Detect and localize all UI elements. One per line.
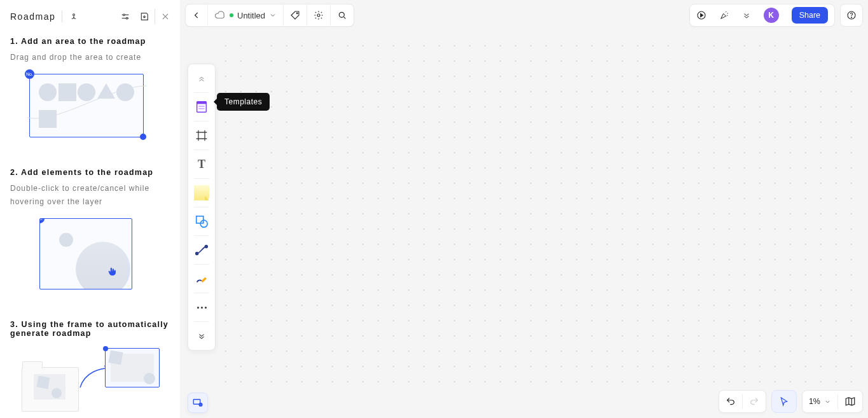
file-name: Untitled — [237, 11, 265, 20]
bottom-right-controls: 1% — [719, 390, 863, 413]
undo-button[interactable] — [719, 390, 742, 413]
collapse-button[interactable] — [191, 68, 212, 88]
step-2-title: 2. Add elements to the roadmap — [10, 168, 170, 177]
svg-point-0 — [73, 14, 75, 16]
pill-shape-icon — [39, 83, 57, 101]
svg-rect-10 — [197, 102, 207, 104]
tag-button[interactable] — [284, 4, 307, 27]
svg-point-14 — [200, 220, 207, 227]
chevron-down-icon — [824, 398, 831, 405]
svg-point-5 — [339, 12, 344, 17]
share-button-label: Share — [792, 7, 828, 24]
svg-rect-11 — [198, 106, 204, 107]
top-right-cluster: K Share — [689, 4, 863, 27]
sidebar-title: Roadmap — [10, 11, 62, 22]
svg-point-2 — [126, 17, 128, 19]
celebrate-button[interactable] — [713, 4, 736, 27]
present-button[interactable] — [690, 4, 713, 27]
step-1: 1. Add an area to the roadmap Drag and d… — [10, 37, 170, 137]
templates-button[interactable] — [191, 97, 212, 117]
sidebar-header: Roadmap — [10, 9, 170, 24]
svg-rect-17 — [193, 400, 200, 405]
step-3: 3. Using the frame to automatically gene… — [10, 320, 170, 412]
dot-grid — [218, 38, 862, 387]
canvas[interactable]: Untitled K — [180, 0, 868, 418]
save-template-icon[interactable] — [137, 9, 152, 24]
layers-panel-button[interactable] — [188, 393, 208, 413]
resize-handle-icon — [140, 134, 146, 140]
zoom-value: 1% — [809, 397, 820, 406]
svg-point-8 — [851, 17, 851, 18]
dots-horizontal-icon — [196, 307, 207, 309]
square-shape-icon — [39, 110, 57, 128]
step-3-title: 3. Using the frame to automatically gene… — [10, 320, 170, 338]
vertical-toolbar: T — [188, 64, 216, 351]
step-2-desc: Double-click to create/cancel while hove… — [10, 182, 170, 208]
step-2-thumb: No. — [10, 218, 170, 289]
svg-point-4 — [317, 14, 320, 17]
svg-point-20 — [200, 404, 202, 405]
cloud-icon — [214, 10, 226, 21]
frame-tool-button[interactable] — [191, 125, 212, 146]
share-button[interactable]: Share — [785, 4, 834, 27]
text-tool-button[interactable]: T — [191, 154, 212, 174]
svg-point-3 — [296, 13, 298, 14]
step-1-thumb: No. — [10, 74, 170, 137]
avatar[interactable]: K — [757, 4, 785, 27]
step-1-desc: Drag and drop the area to create — [10, 51, 170, 64]
note-tool-button[interactable] — [191, 183, 212, 203]
sidebar: Roadmap 1. Add an area to the roadmap Dr… — [0, 0, 180, 418]
settings-button[interactable] — [307, 4, 331, 27]
expand-more-button[interactable] — [736, 4, 757, 27]
step-3-thumb — [10, 348, 170, 412]
number-badge-icon: No. — [39, 218, 45, 223]
minimap-button[interactable] — [838, 390, 862, 413]
triangle-shape-icon — [97, 83, 115, 99]
redo-button[interactable] — [743, 390, 766, 413]
svg-rect-12 — [198, 108, 204, 109]
resize-handle-icon — [103, 346, 108, 351]
chevron-down-icon — [269, 11, 277, 19]
top-toolbar: Untitled — [185, 4, 354, 27]
tooltip: Templates — [217, 93, 270, 111]
step-1-title: 1. Add an area to the roadmap — [10, 37, 170, 46]
shape-tool-button[interactable] — [191, 211, 212, 232]
pen-tool-button[interactable] — [191, 268, 212, 289]
waypoint-icon[interactable] — [66, 9, 81, 24]
file-menu[interactable]: Untitled — [208, 4, 284, 27]
hand-pointer-icon — [106, 266, 118, 280]
help-button[interactable] — [840, 4, 863, 27]
search-button[interactable] — [331, 4, 354, 27]
expand-tools-button[interactable] — [191, 326, 212, 346]
sticky-note-icon — [194, 185, 209, 200]
svg-point-15 — [196, 253, 198, 255]
circle-shape-icon — [116, 83, 134, 101]
square-shape-icon — [59, 83, 76, 101]
svg-point-1 — [123, 14, 125, 16]
connector-tool-button[interactable] — [191, 240, 212, 260]
svg-rect-13 — [196, 216, 203, 223]
more-tools-button[interactable] — [191, 297, 212, 317]
zoom-menu[interactable]: 1% — [803, 390, 837, 413]
svg-point-16 — [205, 246, 208, 248]
cursor-mode-button[interactable] — [771, 390, 797, 413]
sliders-icon[interactable] — [118, 9, 133, 24]
circle-shape-icon — [78, 83, 95, 101]
back-button[interactable] — [186, 4, 208, 27]
close-icon[interactable] — [155, 9, 170, 24]
step-2: 2. Add elements to the roadmap Double-cl… — [10, 168, 170, 289]
sync-status-icon — [230, 13, 233, 17]
avatar-initial: K — [764, 8, 779, 23]
